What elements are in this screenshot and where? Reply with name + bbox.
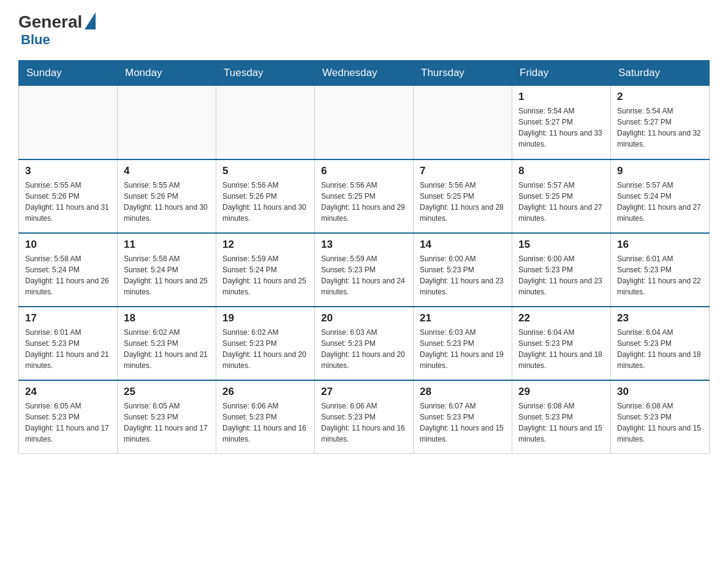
- calendar-day-cell: 8Sunrise: 5:57 AM Sunset: 5:25 PM Daylig…: [512, 159, 611, 233]
- calendar-day-cell: 25Sunrise: 6:05 AM Sunset: 5:23 PM Dayli…: [118, 380, 216, 454]
- day-info: Sunrise: 6:02 AM Sunset: 5:23 PM Dayligh…: [222, 327, 308, 371]
- day-info: Sunrise: 6:08 AM Sunset: 5:23 PM Dayligh…: [518, 400, 604, 445]
- day-info: Sunrise: 5:58 AM Sunset: 5:24 PM Dayligh…: [124, 253, 210, 297]
- calendar-day-cell: 20Sunrise: 6:03 AM Sunset: 5:23 PM Dayli…: [315, 307, 414, 380]
- day-number: 8: [518, 165, 604, 177]
- calendar-day-cell: [315, 86, 414, 159]
- calendar-day-cell: 27Sunrise: 6:06 AM Sunset: 5:23 PM Dayli…: [315, 380, 414, 454]
- day-number: 11: [124, 239, 210, 251]
- calendar-day-cell: [414, 86, 512, 159]
- day-number: 25: [124, 386, 210, 398]
- day-number: 12: [222, 239, 308, 251]
- day-number: 17: [25, 312, 111, 324]
- logo-triangle-icon: [85, 12, 96, 29]
- calendar-week-row: 17Sunrise: 6:01 AM Sunset: 5:23 PM Dayli…: [19, 307, 710, 380]
- day-info: Sunrise: 6:00 AM Sunset: 5:23 PM Dayligh…: [518, 253, 604, 297]
- day-info: Sunrise: 5:57 AM Sunset: 5:24 PM Dayligh…: [617, 180, 703, 224]
- calendar-day-cell: 3Sunrise: 5:55 AM Sunset: 5:26 PM Daylig…: [19, 159, 118, 233]
- calendar-table: Sunday Monday Tuesday Wednesday Thursday…: [18, 60, 710, 454]
- day-info: Sunrise: 6:05 AM Sunset: 5:23 PM Dayligh…: [124, 400, 210, 445]
- day-number: 13: [321, 239, 407, 251]
- calendar-day-cell: 28Sunrise: 6:07 AM Sunset: 5:23 PM Dayli…: [414, 380, 512, 454]
- calendar-week-row: 24Sunrise: 6:05 AM Sunset: 5:23 PM Dayli…: [19, 380, 710, 454]
- calendar-day-cell: 22Sunrise: 6:04 AM Sunset: 5:23 PM Dayli…: [512, 307, 611, 380]
- day-number: 14: [420, 239, 506, 251]
- calendar-day-cell: 26Sunrise: 6:06 AM Sunset: 5:23 PM Dayli…: [216, 380, 315, 454]
- calendar-day-cell: 21Sunrise: 6:03 AM Sunset: 5:23 PM Dayli…: [414, 307, 512, 380]
- day-info: Sunrise: 6:04 AM Sunset: 5:23 PM Dayligh…: [617, 327, 703, 371]
- logo-blue-label: Blue: [21, 32, 50, 48]
- calendar-week-row: 3Sunrise: 5:55 AM Sunset: 5:26 PM Daylig…: [19, 159, 710, 233]
- calendar-day-cell: 13Sunrise: 5:59 AM Sunset: 5:23 PM Dayli…: [315, 233, 414, 307]
- calendar-day-cell: 1Sunrise: 5:54 AM Sunset: 5:27 PM Daylig…: [512, 86, 611, 159]
- day-number: 22: [518, 312, 604, 324]
- day-info: Sunrise: 6:01 AM Sunset: 5:23 PM Dayligh…: [617, 253, 703, 297]
- day-number: 16: [617, 239, 703, 251]
- calendar-day-cell: 4Sunrise: 5:55 AM Sunset: 5:26 PM Daylig…: [118, 159, 216, 233]
- calendar-day-cell: [216, 86, 315, 159]
- calendar-day-cell: 30Sunrise: 6:08 AM Sunset: 5:23 PM Dayli…: [611, 380, 710, 454]
- day-number: 27: [321, 386, 407, 398]
- day-info: Sunrise: 6:05 AM Sunset: 5:23 PM Dayligh…: [25, 400, 111, 445]
- day-info: Sunrise: 6:01 AM Sunset: 5:23 PM Dayligh…: [25, 327, 111, 371]
- calendar-week-row: 1Sunrise: 5:54 AM Sunset: 5:27 PM Daylig…: [19, 86, 710, 159]
- day-info: Sunrise: 5:55 AM Sunset: 5:26 PM Dayligh…: [124, 180, 210, 224]
- day-number: 21: [420, 312, 506, 324]
- day-number: 15: [518, 239, 604, 251]
- day-info: Sunrise: 6:00 AM Sunset: 5:23 PM Dayligh…: [420, 253, 506, 297]
- day-info: Sunrise: 5:54 AM Sunset: 5:27 PM Dayligh…: [518, 105, 604, 150]
- calendar-day-cell: 17Sunrise: 6:01 AM Sunset: 5:23 PM Dayli…: [19, 307, 118, 380]
- day-number: 30: [617, 386, 703, 398]
- calendar-day-cell: [118, 86, 216, 159]
- day-info: Sunrise: 5:56 AM Sunset: 5:25 PM Dayligh…: [420, 180, 506, 224]
- day-info: Sunrise: 5:55 AM Sunset: 5:26 PM Dayligh…: [25, 180, 111, 224]
- calendar-day-cell: 18Sunrise: 6:02 AM Sunset: 5:23 PM Dayli…: [118, 307, 216, 380]
- day-info: Sunrise: 6:03 AM Sunset: 5:23 PM Dayligh…: [420, 327, 506, 371]
- calendar-day-cell: 7Sunrise: 5:56 AM Sunset: 5:25 PM Daylig…: [414, 159, 512, 233]
- calendar-day-cell: 2Sunrise: 5:54 AM Sunset: 5:27 PM Daylig…: [611, 86, 710, 159]
- calendar-day-cell: 10Sunrise: 5:58 AM Sunset: 5:24 PM Dayli…: [19, 233, 118, 307]
- calendar-day-cell: 11Sunrise: 5:58 AM Sunset: 5:24 PM Dayli…: [118, 233, 216, 307]
- day-number: 6: [321, 165, 407, 177]
- page-header: General Blue: [18, 12, 710, 48]
- header-sunday: Sunday: [19, 61, 118, 86]
- day-info: Sunrise: 5:58 AM Sunset: 5:24 PM Dayligh…: [25, 253, 111, 297]
- calendar-day-cell: 19Sunrise: 6:02 AM Sunset: 5:23 PM Dayli…: [216, 307, 315, 380]
- day-number: 19: [222, 312, 308, 324]
- header-monday: Monday: [118, 61, 216, 86]
- header-thursday: Thursday: [414, 61, 512, 86]
- calendar-day-cell: 15Sunrise: 6:00 AM Sunset: 5:23 PM Dayli…: [512, 233, 611, 307]
- day-info: Sunrise: 5:56 AM Sunset: 5:25 PM Dayligh…: [321, 180, 407, 224]
- day-number: 26: [222, 386, 308, 398]
- day-number: 9: [617, 165, 703, 177]
- day-info: Sunrise: 6:07 AM Sunset: 5:23 PM Dayligh…: [420, 400, 506, 445]
- day-number: 28: [420, 386, 506, 398]
- calendar-day-cell: [19, 86, 118, 159]
- day-number: 7: [420, 165, 506, 177]
- header-tuesday: Tuesday: [216, 61, 315, 86]
- day-info: Sunrise: 6:08 AM Sunset: 5:23 PM Dayligh…: [617, 400, 703, 445]
- day-info: Sunrise: 6:04 AM Sunset: 5:23 PM Dayligh…: [518, 327, 604, 371]
- day-number: 3: [25, 165, 111, 177]
- calendar-week-row: 10Sunrise: 5:58 AM Sunset: 5:24 PM Dayli…: [19, 233, 710, 307]
- calendar-header-row: Sunday Monday Tuesday Wednesday Thursday…: [19, 61, 710, 86]
- calendar-day-cell: 12Sunrise: 5:59 AM Sunset: 5:24 PM Dayli…: [216, 233, 315, 307]
- day-number: 5: [222, 165, 308, 177]
- day-number: 4: [124, 165, 210, 177]
- calendar-day-cell: 24Sunrise: 6:05 AM Sunset: 5:23 PM Dayli…: [19, 380, 118, 454]
- calendar-day-cell: 6Sunrise: 5:56 AM Sunset: 5:25 PM Daylig…: [315, 159, 414, 233]
- day-info: Sunrise: 5:57 AM Sunset: 5:25 PM Dayligh…: [518, 180, 604, 224]
- day-number: 18: [124, 312, 210, 324]
- day-info: Sunrise: 6:06 AM Sunset: 5:23 PM Dayligh…: [321, 400, 407, 445]
- calendar-day-cell: 14Sunrise: 6:00 AM Sunset: 5:23 PM Dayli…: [414, 233, 512, 307]
- day-info: Sunrise: 5:54 AM Sunset: 5:27 PM Dayligh…: [617, 105, 703, 150]
- day-number: 20: [321, 312, 407, 324]
- calendar-day-cell: 9Sunrise: 5:57 AM Sunset: 5:24 PM Daylig…: [611, 159, 710, 233]
- day-info: Sunrise: 6:06 AM Sunset: 5:23 PM Dayligh…: [222, 400, 308, 445]
- day-number: 10: [25, 239, 111, 251]
- header-friday: Friday: [512, 61, 611, 86]
- day-info: Sunrise: 6:02 AM Sunset: 5:23 PM Dayligh…: [124, 327, 210, 371]
- calendar-day-cell: 5Sunrise: 5:56 AM Sunset: 5:26 PM Daylig…: [216, 159, 315, 233]
- header-wednesday: Wednesday: [315, 61, 414, 86]
- calendar-day-cell: 23Sunrise: 6:04 AM Sunset: 5:23 PM Dayli…: [611, 307, 710, 380]
